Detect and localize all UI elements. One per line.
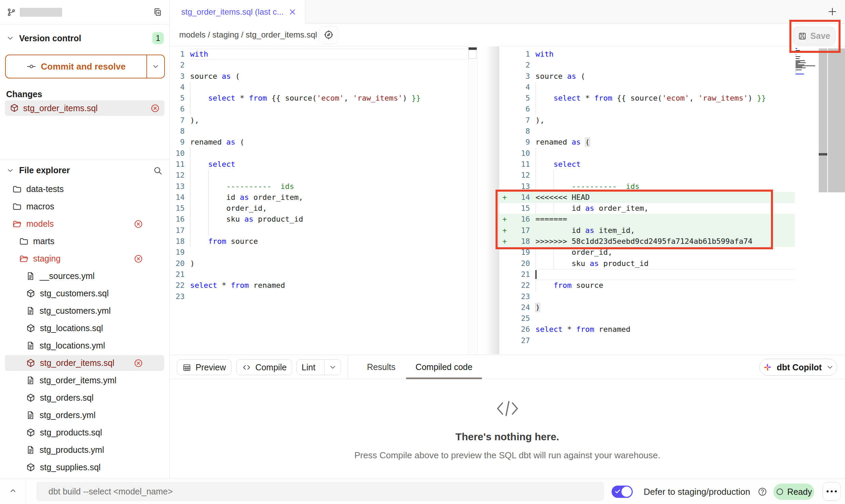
code-line-17: 17 — [170, 225, 468, 236]
discard-icon[interactable] — [134, 219, 143, 228]
defer-toggle-label: Defer to staging/production — [644, 487, 750, 497]
preview-button[interactable]: Preview — [177, 359, 231, 375]
compiled-code-empty-state: There's nothing here. Press Compile abov… — [170, 379, 845, 478]
diff-added-marker — [499, 159, 510, 170]
copy-icon[interactable] — [153, 8, 162, 17]
line-number: 23 — [170, 291, 185, 302]
chevron-down-icon — [329, 363, 337, 371]
line-number: 13 — [510, 181, 530, 192]
code-line-11: 11 select — [170, 159, 468, 170]
code-line-3: 3source as ( — [170, 71, 468, 82]
line-number: 1 — [170, 49, 185, 60]
file-tree-item-stg_products.yml[interactable]: stg_products.yml — [0, 441, 169, 459]
file-tree-item-stg_supplies.sql[interactable]: stg_supplies.sql — [0, 459, 169, 476]
file-name: stg_supplies.sql — [40, 462, 101, 472]
chevron-down-icon[interactable] — [6, 34, 14, 42]
line-number: 1 — [510, 49, 530, 60]
line-number: 21 — [170, 269, 185, 280]
code-line-14: +14<<<<<<< HEAD — [499, 192, 795, 203]
code-line-22: 22 from source — [499, 280, 795, 291]
project-header — [0, 0, 169, 25]
file-tree-item-stg_order_items.sql[interactable]: stg_order_items.sql — [0, 354, 169, 372]
line-number: 21 — [510, 269, 530, 280]
editor-working[interactable]: 1with23source as (45 select * from {{ so… — [499, 46, 845, 355]
discard-icon[interactable] — [134, 254, 143, 263]
file-tree-item-stg_locations.yml[interactable]: stg_locations.yml — [0, 337, 169, 354]
diff-added-marker — [499, 148, 510, 159]
line-number: 8 — [510, 126, 530, 137]
code-line-15: 15 order_id, — [170, 203, 468, 214]
editor-original[interactable]: 1with23source as (45 select * from {{ so… — [170, 46, 478, 355]
doc-icon — [26, 271, 35, 281]
version-control-section: Version control 1 Commit and resolve Cha… — [0, 25, 169, 159]
close-icon[interactable] — [288, 8, 297, 16]
file-tree-item-marts[interactable]: marts — [0, 233, 169, 250]
minimap[interactable] — [796, 48, 817, 72]
help-icon[interactable] — [758, 487, 767, 496]
file-name: stg_orders.yml — [40, 410, 96, 420]
lint-options-caret[interactable] — [324, 360, 341, 375]
file-tree-item-models[interactable]: models — [0, 215, 169, 233]
save-button-label: Save — [810, 31, 830, 41]
line-number: 2 — [510, 60, 530, 71]
file-tree-item-data-tests[interactable]: data-tests — [0, 180, 169, 198]
diff-added-marker — [499, 60, 510, 71]
editor-right-scrollbar[interactable] — [819, 48, 827, 192]
save-button[interactable]: Save — [793, 27, 835, 45]
discard-icon[interactable] — [151, 104, 160, 113]
discard-icon[interactable] — [134, 358, 143, 368]
command-input[interactable] — [37, 482, 604, 501]
lineage-compass-button[interactable] — [319, 26, 338, 43]
file-name: models — [26, 219, 54, 229]
code-line-9: 9renamed as ( — [170, 137, 468, 148]
dbt-copilot-button[interactable]: dbt Copilot — [759, 359, 837, 376]
search-icon[interactable] — [153, 166, 162, 175]
code-icon — [242, 363, 251, 372]
editor-left-scrollbar[interactable] — [468, 46, 476, 355]
model-icon — [26, 428, 35, 438]
file-tree-item-stg_customers.yml[interactable]: stg_customers.yml — [0, 302, 169, 320]
file-name: stg_products.yml — [40, 445, 104, 455]
git-branch-icon[interactable] — [7, 8, 16, 17]
file-tree-item-stg_products.sql[interactable]: stg_products.sql — [0, 424, 169, 441]
window-scrollbar[interactable] — [828, 48, 845, 192]
file-name: marts — [33, 236, 55, 246]
file-tree-item-stg_order_items.yml[interactable]: stg_order_items.yml — [0, 372, 169, 389]
line-number: 20 — [510, 258, 530, 269]
changed-file-name: stg_order_items.sql — [23, 103, 98, 113]
more-options-button[interactable] — [822, 482, 841, 501]
lint-button[interactable]: Lint — [297, 359, 341, 375]
folder-icon — [19, 237, 29, 246]
code-line-13: 13 ---------- ids — [499, 181, 795, 192]
file-tree-item-stg_customers.sql[interactable]: stg_customers.sql — [0, 285, 169, 302]
chevron-up-icon[interactable] — [9, 487, 17, 495]
file-name: stg_orders.sql — [40, 393, 94, 403]
file-tree-item-stg_orders.sql[interactable]: stg_orders.sql — [0, 389, 169, 406]
file-tree-item-stg_orders.yml[interactable]: stg_orders.yml — [0, 406, 169, 424]
chevron-down-icon[interactable] — [6, 166, 14, 175]
file-tree-item-__sources.yml[interactable]: __sources.yml — [0, 267, 169, 285]
line-number: 9 — [170, 137, 185, 148]
commit-and-resolve-button[interactable]: Commit and resolve — [5, 55, 165, 78]
commit-options-caret[interactable] — [146, 55, 164, 78]
version-control-title: Version control — [19, 33, 81, 43]
lint-label: Lint — [297, 362, 320, 372]
tab-bar: stg_order_items.sql (last c... — [170, 0, 845, 24]
diff-added-marker: + — [499, 236, 510, 247]
tab-stg-order-items[interactable]: stg_order_items.sql (last c... — [170, 0, 305, 24]
line-number: 23 — [510, 291, 530, 302]
changed-file-row[interactable]: stg_order_items.sql — [5, 100, 164, 116]
line-number: 20 — [170, 258, 185, 269]
tab-results[interactable]: Results — [361, 355, 402, 379]
file-tree-item-stg_locations.sql[interactable]: stg_locations.sql — [0, 320, 169, 337]
code-line-11: 11 select — [499, 159, 795, 170]
file-tree-item-macros[interactable]: macros — [0, 198, 169, 215]
compile-button[interactable]: Compile — [237, 359, 292, 375]
file-tree-item-staging[interactable]: staging — [0, 250, 169, 267]
tab-compiled-code[interactable]: Compiled code — [406, 355, 482, 379]
new-tab-plus-icon[interactable] — [827, 6, 837, 17]
sidebar: Version control 1 Commit and resolve Cha… — [0, 0, 170, 478]
floppy-save-icon — [798, 32, 807, 41]
defer-toggle[interactable] — [612, 486, 633, 498]
code-line-27: 27 — [499, 335, 795, 346]
